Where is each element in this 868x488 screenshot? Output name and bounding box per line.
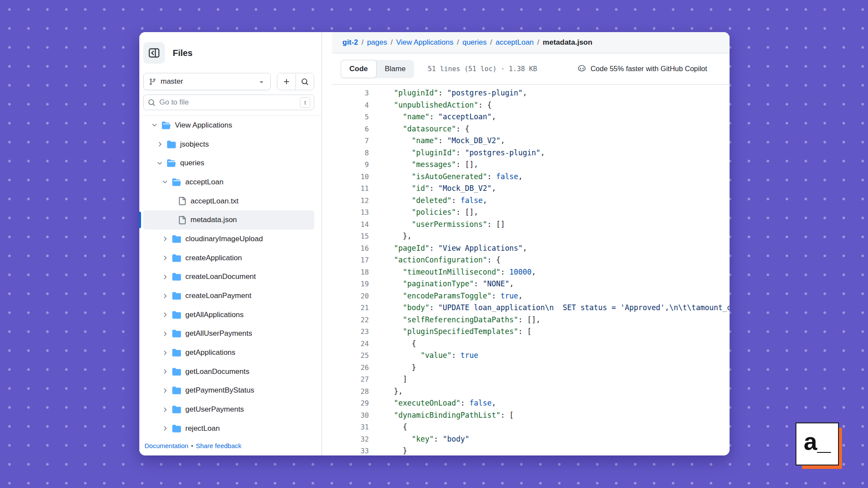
- chevron-right-icon[interactable]: [161, 406, 168, 413]
- tree-item-getalluserpayments[interactable]: getAllUserPayments: [143, 324, 314, 344]
- line-number[interactable]: 14: [332, 219, 369, 231]
- chevron-right-icon[interactable]: [161, 368, 168, 375]
- line-number[interactable]: 24: [332, 338, 369, 350]
- code-line: 7 "name": "Mock_DB_V2",: [332, 135, 730, 147]
- chevron-down-icon[interactable]: [151, 122, 158, 129]
- line-number[interactable]: 29: [332, 397, 369, 409]
- line-number[interactable]: 22: [332, 314, 369, 326]
- chevron-right-icon[interactable]: [156, 141, 163, 148]
- appsmith-logo: a_: [796, 422, 839, 465]
- tree-item-getapplications[interactable]: getApplications: [143, 343, 314, 362]
- collapse-sidebar-button[interactable]: [143, 42, 165, 64]
- line-number[interactable]: 18: [332, 266, 369, 278]
- chevron-right-icon[interactable]: [161, 349, 168, 356]
- tree-item-createloanpayment[interactable]: createLoanPayment: [143, 286, 314, 305]
- tree-item-queries[interactable]: queries: [143, 154, 314, 173]
- chevron-right-icon[interactable]: [161, 236, 168, 242]
- chevron-right-icon[interactable]: [161, 292, 168, 299]
- line-number[interactable]: 13: [332, 206, 369, 219]
- line-number[interactable]: 19: [332, 278, 369, 290]
- folder-icon: [172, 235, 181, 243]
- chevron-right-icon[interactable]: [161, 330, 168, 337]
- add-file-button[interactable]: [277, 73, 296, 90]
- documentation-link[interactable]: Documentation: [145, 442, 188, 449]
- branch-selector[interactable]: master: [143, 73, 271, 90]
- line-content: }: [385, 362, 416, 374]
- chevron-right-icon[interactable]: [161, 255, 168, 262]
- share-feedback-link[interactable]: Share feedback: [196, 442, 241, 449]
- file-toolbar: CodeBlame 51 lines (51 loc) · 1.38 KB Co…: [332, 53, 730, 85]
- breadcrumb-item-acceptloan[interactable]: acceptLoan: [496, 38, 534, 47]
- line-number[interactable]: 9: [332, 159, 369, 171]
- line-number[interactable]: 21: [332, 302, 369, 314]
- line-number[interactable]: 12: [332, 195, 369, 207]
- code-line: 9 "messages": [],: [332, 159, 730, 171]
- code-line: 26 }: [332, 362, 730, 374]
- tree-item-getpaymentbystatus[interactable]: getPaymentByStatus: [143, 381, 314, 400]
- line-number[interactable]: 15: [332, 230, 369, 242]
- breadcrumb-item-pages[interactable]: pages: [367, 38, 387, 47]
- line-number[interactable]: 11: [332, 183, 369, 195]
- line-number[interactable]: 17: [332, 254, 369, 266]
- tree-item-acceptloan[interactable]: acceptLoan: [143, 173, 314, 192]
- line-number[interactable]: 30: [332, 409, 369, 422]
- line-number[interactable]: 26: [332, 362, 369, 374]
- search-icon: [148, 99, 155, 106]
- line-number[interactable]: 10: [332, 171, 369, 183]
- repo-file-browser-window: Files master: [139, 32, 730, 455]
- chevron-right-icon[interactable]: [161, 311, 168, 318]
- tree-item-getallapplications[interactable]: getAllApplications: [143, 305, 314, 324]
- chevron-down-icon[interactable]: [161, 179, 168, 186]
- file-content-pane: git-2/pages/View Applications/queries/ac…: [322, 32, 730, 455]
- tab-code[interactable]: Code: [341, 60, 377, 78]
- tree-item-getloandocuments[interactable]: getLoanDocuments: [143, 362, 314, 381]
- line-number[interactable]: 6: [332, 123, 369, 135]
- line-number[interactable]: 31: [332, 421, 369, 433]
- copilot-banner[interactable]: Code 55% faster with GitHub Copilot: [577, 64, 707, 73]
- line-number[interactable]: 4: [332, 99, 369, 111]
- line-number[interactable]: 8: [332, 147, 369, 159]
- tree-item-label: getLoanDocuments: [185, 367, 249, 376]
- tree-item-acceptloan.txt[interactable]: acceptLoan.txt: [143, 192, 314, 211]
- line-number[interactable]: 16: [332, 242, 369, 255]
- line-number[interactable]: 3: [332, 87, 369, 99]
- tree-item-label: View Applications: [175, 121, 232, 130]
- line-content: "isAutoGenerated": false,: [385, 171, 523, 183]
- code-line: 19 "paginationType": "NONE",: [332, 278, 730, 290]
- line-number[interactable]: 25: [332, 350, 369, 362]
- chevron-right-icon[interactable]: [161, 273, 168, 280]
- tree-item-jsobjects[interactable]: jsobjects: [143, 135, 314, 154]
- copilot-banner-text: Code 55% faster with GitHub Copilot: [591, 65, 707, 73]
- search-tree-button[interactable]: [296, 73, 314, 90]
- chevron-down-icon[interactable]: [156, 160, 163, 167]
- chevron-right-icon[interactable]: [161, 387, 168, 394]
- line-number[interactable]: 7: [332, 135, 369, 147]
- tree-item-createloandocument[interactable]: createLoanDocument: [143, 268, 314, 287]
- caret-down-icon: [258, 78, 265, 85]
- code-viewer: 3 "pluginId": "postgres-plugin",4 "unpub…: [332, 85, 730, 455]
- line-content: "pluginId": "postgres-plugin",: [385, 147, 545, 159]
- line-number[interactable]: 5: [332, 111, 369, 123]
- tree-item-cloudinaryimageupload[interactable]: cloudinaryImageUpload: [143, 229, 314, 249]
- tree-item-getuserpayments[interactable]: getUserPayments: [143, 400, 314, 419]
- chevron-right-icon[interactable]: [161, 425, 168, 432]
- tree-item-createapplication[interactable]: createApplication: [143, 249, 314, 268]
- line-number[interactable]: 32: [332, 433, 369, 445]
- tree-item-rejectloan[interactable]: rejectLoan: [143, 419, 314, 438]
- breadcrumb-separator: /: [391, 38, 393, 47]
- line-number[interactable]: 23: [332, 326, 369, 338]
- breadcrumb-item-queries[interactable]: queries: [462, 38, 487, 47]
- line-content: "key": "body": [385, 433, 470, 445]
- line-number[interactable]: 33: [332, 445, 369, 455]
- line-number[interactable]: 20: [332, 290, 369, 302]
- line-content: {: [385, 421, 407, 433]
- tab-blame[interactable]: Blame: [377, 60, 414, 78]
- breadcrumb-item-git-2[interactable]: git-2: [342, 38, 358, 47]
- tree-item-view-applications[interactable]: View Applications: [143, 116, 314, 135]
- line-number[interactable]: 28: [332, 386, 369, 398]
- breadcrumb-item-view-applications[interactable]: View Applications: [396, 38, 454, 47]
- line-number[interactable]: 27: [332, 373, 369, 386]
- tree-item-metadata.json[interactable]: metadata.json: [143, 210, 314, 229]
- go-to-file-input[interactable]: Go to file t: [143, 95, 314, 110]
- tree-item-label: getAllUserPayments: [185, 329, 252, 338]
